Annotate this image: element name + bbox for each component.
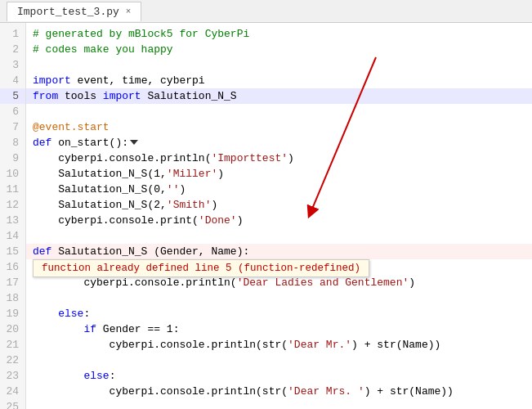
code-line-9: cyberpi.console.println('Importtest') [26,151,532,166]
line-number-21: 21 [0,337,25,353]
line-number-1: 1 [0,26,25,42]
code-line-6 [26,104,532,119]
line-number-9: 9 [0,151,25,166]
line-number-20: 20 [0,321,25,337]
line-number-8: 8 [0,135,25,151]
code-line-5: from tools import Salutation_N_S [26,88,532,104]
code-line-3 [26,57,532,73]
code-line-4: import event, time, cyberpi [26,73,532,88]
line-number-10: 10 [0,166,25,182]
file-tab[interactable]: Import_test_3.py × [7,2,141,21]
code-line-24: cyberpi.console.println(str('Dear Mrs. '… [26,384,532,399]
code-editor: 1234567891011121314151617181920212223242… [0,23,532,409]
code-line-20: if Gender == 1: [26,321,532,337]
line-number-17: 17 [0,275,25,290]
line-number-13: 13 [0,213,25,228]
line-number-25: 25 [0,399,25,409]
line-number-2: 2 [0,42,25,57]
line-number-3: 3 [0,57,25,73]
code-line-11: Salutation_N_S(0,'') [26,182,532,197]
code-area[interactable]: # generated by mBlock5 for CyberPi# code… [26,23,532,409]
code-line-21: cyberpi.console.println(str('Dear Mr.') … [26,337,532,353]
code-line-10: Salutation_N_S(1,'Miller') [26,166,532,182]
line-number-14: 14 [0,228,25,244]
code-line-18 [26,290,532,306]
line-number-15: 15 [0,244,25,259]
line-number-6: 6 [0,104,25,119]
error-tooltip: function already defined line 5 (functio… [33,259,369,277]
code-line-8: def on_start(): [26,135,532,151]
code-line-1: # generated by mBlock5 for CyberPi [26,26,532,42]
line-number-18: 18 [0,290,25,306]
code-line-19: else: [26,306,532,321]
line-number-19: 19 [0,306,25,321]
code-line-22 [26,353,532,368]
line-number-22: 22 [0,353,25,368]
line-number-16: 16 [0,259,25,275]
tab-close-icon[interactable]: × [126,7,132,16]
line-number-12: 12 [0,197,25,213]
line-number-4: 4 [0,73,25,88]
code-line-7: @event.start [26,119,532,135]
code-line-12: Salutation_N_S(2,'Smith') [26,197,532,213]
code-line-15: def Salutation_N_S (Gender, Name): [26,244,532,259]
tab-filename: Import_test_3.py [17,6,119,18]
line-number-11: 11 [0,182,25,197]
title-bar: Import_test_3.py × [0,0,532,23]
line-number-23: 23 [0,368,25,384]
code-line-25 [26,399,532,409]
code-line-2: # codes make you happy [26,42,532,57]
code-line-13: cyberpi.console.print('Done') [26,213,532,228]
code-line-14 [26,228,532,244]
cursor-icon [130,140,138,145]
line-number-24: 24 [0,384,25,399]
line-numbers: 1234567891011121314151617181920212223242… [0,23,26,409]
code-line-23: else: [26,368,532,384]
line-number-7: 7 [0,119,25,135]
line-number-5: 5 [0,88,25,104]
